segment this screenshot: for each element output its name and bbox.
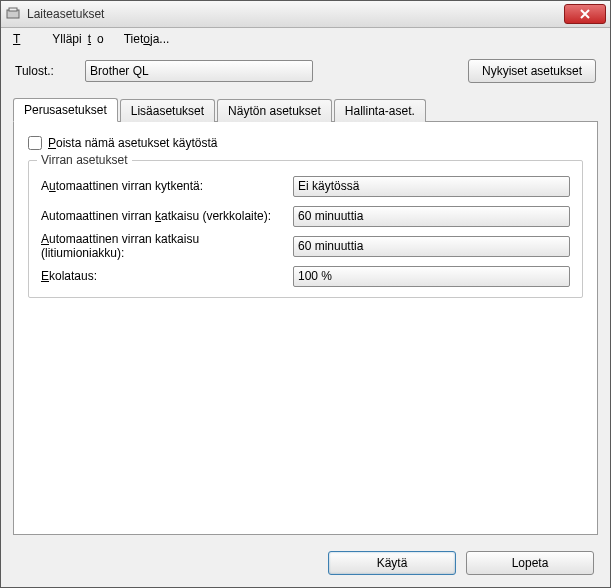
row-auto-on: Automaattinen virran kytkentä: Ei käytös… (41, 171, 570, 201)
footer: Käytä Lopeta (1, 543, 610, 587)
tab-basic[interactable]: Perusasetukset (13, 98, 118, 122)
exit-button[interactable]: Lopeta (466, 551, 594, 575)
tab-manage[interactable]: Hallinta-aset. (334, 99, 426, 122)
power-group: Virran asetukset Automaattinen virran ky… (28, 160, 583, 298)
tab-advanced[interactable]: Lisäasetukset (120, 99, 215, 122)
app-icon (5, 6, 21, 22)
apply-button[interactable]: Käytä (328, 551, 456, 575)
close-button[interactable] (564, 4, 606, 24)
window: Laiteasetukset T Ylläpito Tietoja... Tul… (0, 0, 611, 588)
eco-label: Ekolataus: (41, 269, 285, 283)
disable-row: Poista nämä asetukset käytöstä (28, 136, 583, 150)
auto-off-li-label: Automaattinen virran katkaisu (litiumion… (41, 232, 285, 260)
menu-about[interactable]: Tietoja... (118, 30, 176, 48)
printer-label: Tulost.: (15, 64, 75, 78)
window-title: Laiteasetukset (27, 7, 564, 21)
auto-off-ac-label: Automaattinen virran katkaisu (verkkolai… (41, 209, 285, 223)
disable-label: Poista nämä asetukset käytöstä (48, 136, 217, 150)
printer-select[interactable]: Brother QL (85, 60, 313, 82)
titlebar: Laiteasetukset (1, 1, 610, 28)
printer-row: Tulost.: Brother QL Nykyiset asetukset (1, 49, 610, 89)
auto-off-ac-select[interactable]: 60 minuuttia (293, 206, 570, 227)
menubar: T Ylläpito Tietoja... (1, 28, 610, 49)
disable-checkbox[interactable] (28, 136, 42, 150)
auto-off-li-select[interactable]: 60 minuuttia (293, 236, 570, 257)
menu-maintenance[interactable]: Ylläpito (40, 30, 115, 48)
tab-strip: Perusasetukset Lisäasetukset Näytön aset… (13, 98, 598, 122)
tab-display[interactable]: Näytön asetukset (217, 99, 332, 122)
power-group-legend: Virran asetukset (37, 153, 132, 167)
row-eco: Ekolataus: 100 % (41, 261, 570, 291)
svg-rect-1 (9, 8, 17, 11)
row-auto-off-ac: Automaattinen virran katkaisu (verkkolai… (41, 201, 570, 231)
tab-panel-basic: Poista nämä asetukset käytöstä Virran as… (13, 121, 598, 535)
auto-on-select[interactable]: Ei käytössä (293, 176, 570, 197)
menu-file[interactable]: T (7, 30, 38, 48)
row-auto-off-li: Automaattinen virran katkaisu (litiumion… (41, 231, 570, 261)
auto-on-label: Automaattinen virran kytkentä: (41, 179, 285, 193)
eco-select[interactable]: 100 % (293, 266, 570, 287)
current-settings-button[interactable]: Nykyiset asetukset (468, 59, 596, 83)
